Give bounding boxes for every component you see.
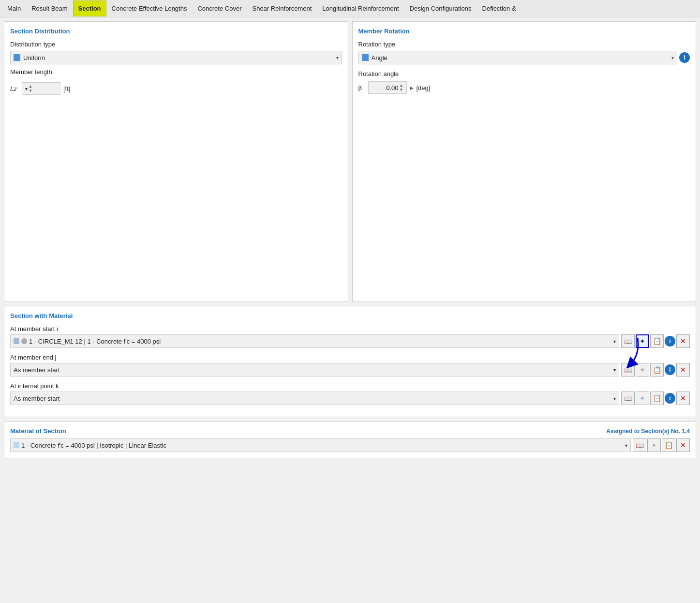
tab-shear-reinforcement[interactable]: Shear Reinforcement	[247, 0, 317, 16]
beta-spin-arrows[interactable]: ▲ ▼	[400, 83, 403, 92]
rotation-type-label: Rotation type	[358, 41, 690, 48]
material-copy-button[interactable]: 📋	[662, 438, 675, 452]
material-of-section-panel: Material of Section Assigned to Section(…	[4, 421, 696, 458]
beta-value: 0.00	[386, 84, 398, 91]
distribution-type-label: Distribution type	[10, 41, 342, 48]
distribution-type-value: Uniform	[23, 54, 45, 61]
internal-point-section: At internal point k As member start ▾ 📖 …	[10, 382, 690, 405]
member-start-chevron-icon: ▾	[613, 339, 616, 344]
material-header: Material of Section Assigned to Section(…	[10, 427, 690, 435]
tab-bar: Main Result Beam Section Concrete Effect…	[0, 0, 700, 17]
section-with-material-panel: Section with Material At member start i …	[4, 306, 696, 417]
material-delete-button[interactable]: ✕	[676, 438, 690, 452]
section-with-material-title: Section with Material	[10, 312, 690, 319]
member-end-copy-button[interactable]: 📋	[650, 363, 664, 377]
section-distribution-title: Section Distribution	[10, 28, 342, 35]
member-start-color-box	[14, 338, 19, 344]
material-dropdown[interactable]: 1 - Concrete f'c = 4000 psi | Isotropic …	[10, 438, 631, 452]
distribution-color-box	[14, 54, 20, 61]
tab-section[interactable]: Section	[73, 0, 106, 16]
section-distribution-panel: Section Distribution Distribution type U…	[4, 21, 348, 302]
internal-point-new-button[interactable]: ✦	[636, 392, 649, 405]
member-start-new-button[interactable]: ✦	[636, 334, 649, 348]
assigned-text: Assigned to Section(s) No. 1,4	[606, 428, 690, 435]
member-end-content: As member start ▾ 📖 ✦ 📋 i ✕	[10, 363, 690, 377]
member-start-icon-group: 📖 ✦ 📋 i ✕	[621, 334, 690, 348]
rotation-type-dropdown[interactable]: Angle ▾	[358, 51, 678, 64]
rotation-chevron-icon: ▾	[671, 55, 674, 60]
internal-point-icon-group: 📖 ✦ 📋 i ✕	[621, 392, 690, 405]
beta-down-arrow[interactable]: ▼	[400, 88, 403, 92]
beta-label: β	[358, 84, 365, 91]
tab-design-configurations[interactable]: Design Configurations	[404, 0, 477, 16]
member-end-section: At member end j As member start ▾ 📖 ✦ 📋 …	[10, 354, 690, 377]
member-end-book-button[interactable]: 📖	[621, 363, 635, 377]
member-start-copy-button[interactable]: 📋	[650, 334, 664, 348]
rotation-info-button[interactable]: i	[679, 52, 690, 63]
lz-up-arrow[interactable]: ▲	[29, 84, 32, 89]
member-start-content: 1 - CIRCLE_M1 12 | 1 - Concrete f'c = 40…	[10, 334, 690, 348]
material-value: 1 - Concrete f'c = 4000 psi | Isotropic …	[21, 442, 166, 449]
member-rotation-title: Member Rotation	[358, 28, 690, 35]
member-start-label: At member start i	[10, 325, 690, 332]
internal-point-content: As member start ▾ 📖 ✦ 📋 i ✕	[10, 392, 690, 405]
material-new-button[interactable]: ✦	[647, 438, 661, 452]
internal-point-chevron-icon: ▾	[613, 396, 616, 401]
internal-point-info-button[interactable]: i	[665, 393, 675, 404]
member-end-label: At member end j	[10, 354, 690, 361]
tab-concrete-cover[interactable]: Concrete Cover	[192, 0, 247, 16]
main-content: Section Distribution Distribution type U…	[0, 17, 700, 462]
member-end-chevron-icon: ▾	[613, 367, 616, 373]
tab-main[interactable]: Main	[2, 0, 26, 16]
member-end-delete-button[interactable]: ✕	[676, 363, 690, 377]
internal-point-delete-button[interactable]: ✕	[676, 392, 690, 405]
beta-up-arrow[interactable]: ▲	[400, 83, 403, 88]
lz-label: Lz	[10, 85, 19, 92]
material-content: 1 - Concrete f'c = 4000 psi | Isotropic …	[10, 438, 690, 452]
lz-row: Lz ▾ ▲ ▼ [ft]	[10, 82, 342, 95]
member-start-book-button[interactable]: 📖	[621, 334, 635, 348]
internal-point-copy-button[interactable]: 📋	[650, 392, 664, 405]
distribution-type-row: Uniform ▾	[10, 51, 342, 64]
internal-point-dropdown[interactable]: As member start ▾	[10, 392, 619, 405]
rotation-type-value: Angle	[372, 54, 387, 61]
lz-dropdown-icon: ▾	[25, 86, 28, 91]
member-start-section: At member start i 1 - CIRCLE_M1 12 | 1 -…	[10, 325, 690, 348]
rotation-type-row: Angle ▾ i	[358, 51, 690, 64]
lz-input[interactable]: ▾ ▲ ▼	[22, 82, 60, 95]
beta-right-arrow-icon: ▶	[410, 85, 414, 90]
member-end-new-button[interactable]: ✦	[636, 363, 649, 377]
material-title: Material of Section	[10, 427, 66, 435]
tab-longitudinal-reinforcement[interactable]: Longitudinal Reinforcement	[317, 0, 404, 16]
internal-point-value: As member start	[14, 395, 60, 402]
internal-point-book-button[interactable]: 📖	[621, 392, 635, 405]
member-start-delete-button[interactable]: ✕	[676, 334, 690, 348]
beta-unit: [deg]	[417, 84, 431, 91]
rotation-angle-row: β 0.00 ▲ ▼ ▶ [deg]	[358, 81, 690, 94]
member-rotation-panel: Member Rotation Rotation type Angle ▾ i …	[352, 21, 697, 302]
member-start-dropdown[interactable]: 1 - CIRCLE_M1 12 | 1 - Concrete f'c = 40…	[10, 334, 619, 348]
material-chevron-icon: ▾	[625, 443, 627, 448]
tab-concrete-effective-lengths[interactable]: Concrete Effective Lengths	[106, 0, 193, 16]
member-start-circle	[21, 338, 27, 344]
tab-deflection[interactable]: Deflection &	[477, 0, 521, 16]
lz-down-arrow[interactable]: ▼	[29, 89, 32, 93]
member-end-icon-group: 📖 ✦ 📋 i ✕	[621, 363, 690, 377]
chevron-down-icon: ▾	[336, 55, 339, 60]
lz-spin-arrows[interactable]: ▲ ▼	[29, 84, 32, 93]
beta-input[interactable]: 0.00 ▲ ▼	[368, 81, 407, 94]
top-row: Section Distribution Distribution type U…	[4, 21, 696, 302]
material-book-button[interactable]: 📖	[633, 438, 646, 452]
internal-point-label: At internal point k	[10, 382, 690, 390]
material-icon-group: 📖 ✦ 📋 ✕	[633, 438, 690, 452]
tab-result-beam[interactable]: Result Beam	[26, 0, 73, 16]
member-end-dropdown[interactable]: As member start ▾	[10, 363, 619, 377]
member-end-info-button[interactable]: i	[665, 364, 675, 375]
distribution-type-dropdown[interactable]: Uniform ▾	[10, 51, 342, 64]
lz-unit: [ft]	[63, 85, 70, 92]
member-start-value: 1 - CIRCLE_M1 12 | 1 - Concrete f'c = 40…	[29, 338, 161, 345]
member-end-value: As member start	[14, 366, 60, 374]
member-start-info-button[interactable]: i	[665, 336, 675, 347]
member-length-section: Member length	[10, 68, 342, 78]
rotation-angle-label: Rotation angle	[358, 70, 690, 77]
